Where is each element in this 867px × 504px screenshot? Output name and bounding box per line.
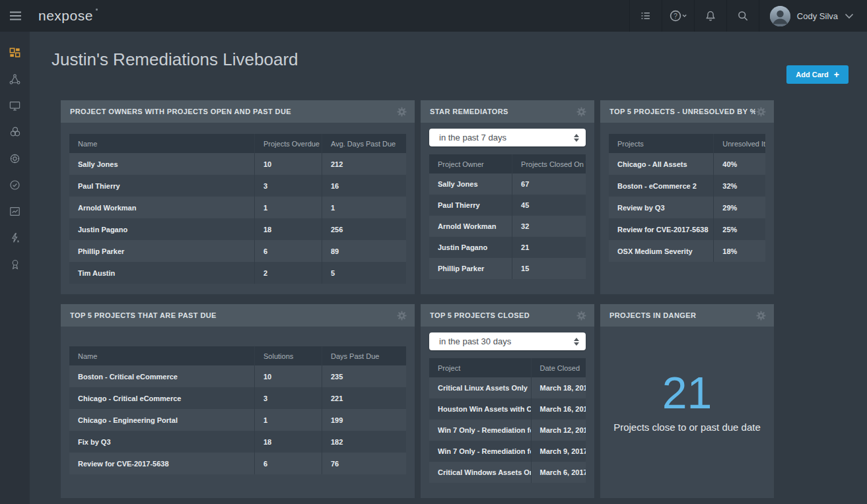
card-header: PROJECT OWNERS WITH PROJECTS OPEN AND PA… — [61, 100, 415, 123]
notifications-icon[interactable] — [694, 0, 726, 32]
table-cell: 2 — [255, 262, 322, 284]
gear-icon[interactable] — [576, 310, 587, 321]
table-cell: 18 — [255, 431, 322, 453]
sitemap-icon — [9, 73, 21, 86]
table-cell: March 9, 2017 — [531, 441, 586, 462]
list-icon[interactable] — [629, 0, 662, 32]
column-header: Projects Overdue — [255, 134, 322, 153]
add-card-button[interactable]: Add Card + — [786, 65, 849, 84]
table-cell: 18 — [255, 218, 322, 240]
table-cell: 10 — [255, 153, 322, 175]
gear-icon[interactable] — [755, 106, 767, 117]
table-header-row: NameSolutionsDays Past Due — [69, 346, 406, 365]
column-header: Solutions — [255, 346, 322, 365]
table-cell: March 6, 2017 — [531, 462, 586, 483]
user-menu[interactable]: Cody Silva — [759, 0, 867, 32]
table-cell: 45 — [512, 195, 586, 216]
table-cell: Critical Windows Assets Only — [429, 462, 531, 483]
column-header: Project — [429, 358, 531, 377]
table-cell: Sally Jones — [69, 153, 255, 175]
dashboard-icon — [9, 47, 21, 59]
sidebar-item-scan[interactable] — [0, 145, 30, 172]
table-header-row: ProjectDate Closed — [429, 358, 586, 377]
table-cell: 18% — [714, 240, 765, 262]
user-chevron-down-icon — [845, 13, 854, 19]
table-cell: 1 — [255, 197, 322, 218]
table-cell: 40% — [714, 153, 765, 175]
column-header: Name — [69, 346, 255, 365]
table-cell: Boston - Critical eCommerce — [69, 365, 255, 387]
card-star-remediators: STAR REMEDIATORS in the past 7 days — [421, 100, 594, 294]
table-cell: March 12, 2017 — [531, 420, 586, 441]
table-cell: Fix by Q3 — [69, 431, 255, 453]
table-row: Sally Jones67 — [429, 173, 586, 195]
gear-icon[interactable] — [576, 106, 587, 117]
card-header: PROJECTS IN DANGER — [600, 304, 774, 327]
award-icon — [9, 258, 21, 270]
table-cell: 15 — [512, 258, 586, 279]
main-content: Justin's Remediations Liveboard Add Card… — [30, 32, 867, 504]
chart-icon — [9, 205, 21, 218]
card-top5-past-due: TOP 5 PROJECTS THAT ARE PAST DUE NameSol… — [61, 304, 415, 498]
table-cell: 32 — [512, 216, 586, 237]
table-cell: 29% — [714, 197, 765, 218]
table-cell: OSX Medium Severity — [609, 240, 714, 262]
table-cell: 32% — [714, 175, 765, 197]
table-row: OSX Medium Severity18% — [609, 240, 765, 262]
gear-icon[interactable] — [396, 106, 407, 117]
data-table: NameSolutionsDays Past DueBoston - Criti… — [69, 346, 406, 474]
table-cell: Chicago - Critical eCommerce — [69, 387, 255, 409]
gear-icon[interactable] — [396, 310, 407, 321]
sidebar-item-vulnerabilities[interactable] — [0, 119, 30, 145]
menu-icon[interactable] — [0, 0, 30, 32]
table-row: Chicago - All Assets40% — [609, 153, 765, 175]
target-icon — [9, 152, 21, 165]
sidebar-item-remediations[interactable] — [0, 172, 30, 198]
table-cell: Justin Pagano — [69, 218, 255, 240]
table-cell: Paul Thierry — [429, 195, 512, 216]
table-cell: 5 — [322, 262, 407, 284]
timeframe-select[interactable]: in the past 7 days — [429, 129, 586, 146]
card-project-owners-past-due: PROJECT OWNERS WITH PROJECTS OPEN AND PA… — [61, 100, 415, 294]
card-top5-unresolved: TOP 5 PROJECTS - UNRESOLVED BY % Project… — [600, 100, 774, 294]
table-cell: 21 — [512, 237, 586, 258]
sidebar-item-assets[interactable] — [0, 92, 30, 119]
app-window: nexpose ? — [0, 0, 867, 504]
data-table: Project OwnerProjects Closed On TimeSall… — [429, 154, 586, 279]
table-row: Fix by Q318182 — [69, 431, 406, 453]
sidebar — [0, 32, 30, 504]
check-circle-icon — [9, 179, 21, 191]
search-icon[interactable] — [726, 0, 759, 32]
table-cell: 212 — [322, 153, 407, 175]
table-row: Chicago - Critical eCommerce3221 — [69, 387, 406, 409]
sidebar-item-automation[interactable] — [0, 224, 30, 251]
table-cell: 76 — [322, 453, 407, 474]
table-cell: 6 — [255, 453, 322, 474]
table-cell: March 16, 2017 — [531, 398, 586, 420]
sidebar-item-reports[interactable] — [0, 198, 30, 224]
table-cell: Boston - eCommerce 2 — [609, 175, 714, 197]
table-cell: 6 — [255, 240, 322, 262]
user-name: Cody Silva — [797, 11, 838, 21]
card-grid: PROJECT OWNERS WITH PROJECTS OPEN AND PA… — [61, 100, 774, 498]
table-cell: Sally Jones — [429, 173, 512, 195]
sidebar-item-goals[interactable] — [0, 251, 30, 277]
card-body: in the past 7 days Project OwnerProjects… — [421, 123, 594, 294]
table-cell: Justin Pagano — [429, 237, 512, 258]
table-row: Phillip Parker15 — [429, 258, 586, 279]
sidebar-item-sitemap[interactable] — [0, 66, 30, 92]
help-icon[interactable]: ? — [662, 0, 694, 32]
danger-count: 21 — [662, 370, 712, 415]
card-body: NameSolutionsDays Past DueBoston - Criti… — [61, 327, 415, 498]
card-body: in the past 30 days ProjectDate ClosedCr… — [421, 327, 594, 498]
topbar: nexpose ? — [0, 0, 867, 32]
table-cell: 3 — [255, 387, 322, 409]
sidebar-item-dashboard[interactable] — [0, 40, 30, 66]
logo[interactable]: nexpose — [38, 8, 93, 24]
timeframe-select[interactable]: in the past 30 days — [429, 332, 586, 350]
gear-icon[interactable] — [755, 310, 767, 321]
automation-flash-icon — [9, 232, 21, 244]
select-arrows-icon — [574, 338, 579, 346]
table-cell: 256 — [322, 218, 407, 240]
table-row: Arnold Workman32 — [429, 216, 586, 237]
